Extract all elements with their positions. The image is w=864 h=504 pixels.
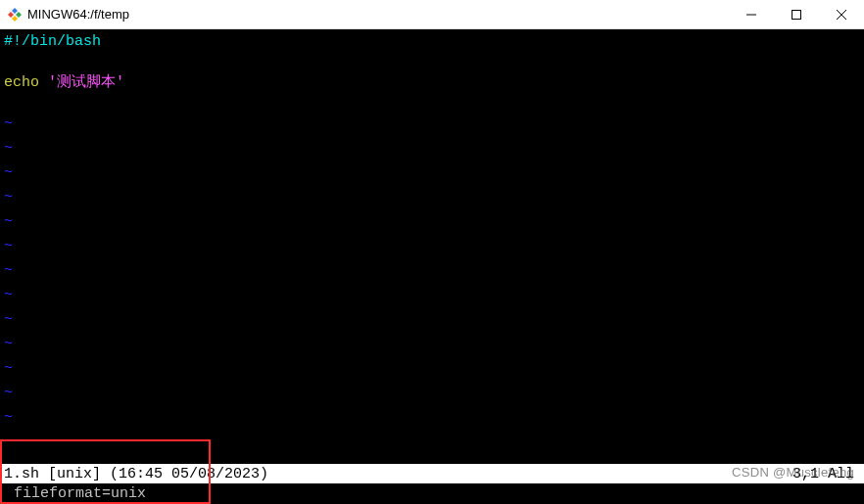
tilde-marker: ~: [4, 138, 13, 162]
terminal-editor[interactable]: #!/bin/bash echo '测试脚本' ~ ~ ~ ~ ~ ~ ~ ~ …: [0, 29, 864, 504]
code-line-empty: [4, 52, 860, 72]
svg-marker-3: [8, 12, 14, 18]
tilde-column: ~ ~ ~ ~ ~ ~ ~ ~ ~ ~ ~ ~ ~ ~: [4, 114, 13, 456]
tilde-marker: ~: [4, 187, 13, 211]
app-icon: [8, 8, 22, 22]
status-file-info: 1.sh [unix] (16:45 05/08/2023): [4, 464, 792, 484]
close-button[interactable]: [819, 0, 864, 29]
code-line-echo: echo '测试脚本': [4, 72, 860, 93]
string-literal: '测试脚本': [39, 74, 124, 91]
tilde-marker: ~: [4, 260, 13, 285]
minimize-button[interactable]: [729, 0, 774, 29]
tilde-marker: ~: [4, 114, 13, 138]
code-line-shebang: #!/bin/bash: [4, 31, 860, 52]
svg-marker-1: [16, 12, 22, 18]
command-line[interactable]: fileformat=unix: [0, 483, 864, 504]
tilde-marker: ~: [4, 285, 13, 309]
tilde-marker: ~: [4, 358, 13, 383]
svg-marker-2: [12, 16, 18, 22]
svg-rect-5: [792, 11, 801, 20]
tilde-marker: ~: [4, 211, 13, 236]
watermark-text: CSDN @Musclefeng: [732, 462, 854, 482]
tilde-marker: ~: [4, 334, 13, 358]
tilde-marker: ~: [4, 162, 13, 187]
svg-marker-0: [12, 8, 18, 14]
window-title: MINGW64:/f/temp: [27, 7, 729, 22]
tilde-marker: ~: [4, 383, 13, 407]
tilde-marker: ~: [4, 432, 13, 456]
window-controls: [729, 0, 864, 28]
command-text: fileformat=unix: [14, 483, 146, 504]
tilde-marker: ~: [4, 407, 13, 432]
window-titlebar: MINGW64:/f/temp: [0, 0, 864, 29]
tilde-marker: ~: [4, 309, 13, 334]
maximize-button[interactable]: [774, 0, 819, 29]
tilde-marker: ~: [4, 236, 13, 260]
keyword-echo: echo: [4, 74, 39, 91]
